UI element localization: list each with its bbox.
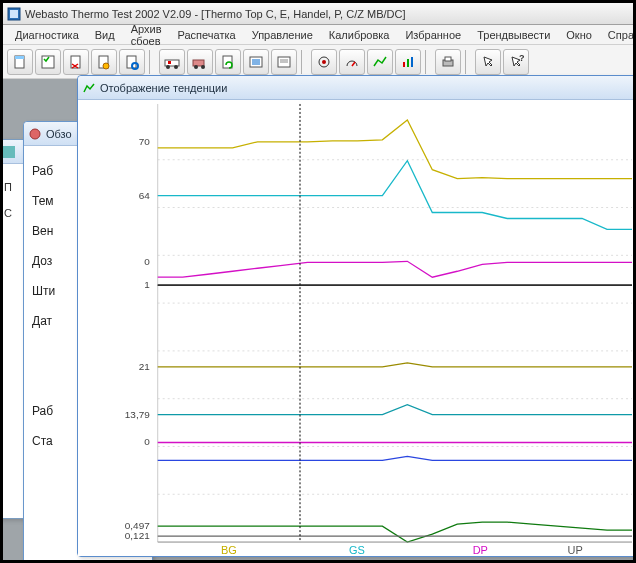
mdi-area: П С Обзо Раб Тем Вен Доз Шти Дат Раб Ста…	[3, 79, 633, 560]
menu-control[interactable]: Управление	[244, 27, 321, 43]
svg-rect-29	[407, 59, 409, 67]
child-window-trend: Отображение тенденции 7064012113,7900,49…	[77, 75, 636, 557]
ambulance-icon[interactable]	[159, 49, 185, 75]
toolbar-separator	[301, 50, 307, 74]
app-icon	[7, 7, 21, 21]
svg-line-27	[352, 62, 355, 66]
menu-favorites[interactable]: Избранное	[397, 27, 469, 43]
svg-point-12	[166, 65, 170, 69]
svg-rect-30	[411, 57, 413, 67]
toolbar-separator	[465, 50, 471, 74]
chart-bars-icon[interactable]	[395, 49, 421, 75]
svg-rect-1	[10, 10, 18, 18]
menu-calibration[interactable]: Калибровка	[321, 27, 398, 43]
doc-wrench-icon[interactable]	[91, 49, 117, 75]
window-title: Отображение тенденции	[100, 82, 227, 94]
toolbar-separator	[149, 50, 155, 74]
help-pointer-icon[interactable]: ?	[503, 49, 529, 75]
chart-window-icon	[82, 81, 96, 95]
trend-chart[interactable]: 7064012113,7900,4970,121BGGSDPUP	[78, 100, 636, 556]
toolbar: ?	[3, 45, 633, 79]
list-icon[interactable]	[243, 49, 269, 75]
svg-text:0: 0	[144, 256, 150, 267]
menu-help[interactable]: Справка	[600, 27, 636, 43]
doc-new-icon[interactable]	[7, 49, 33, 75]
print-icon[interactable]	[435, 49, 461, 75]
svg-text:21: 21	[139, 361, 151, 372]
window-icon	[2, 145, 16, 159]
menu-diagnostics[interactable]: Диагностика	[7, 27, 87, 43]
doc-gear-icon[interactable]	[119, 49, 145, 75]
svg-point-16	[201, 65, 205, 69]
svg-text:0: 0	[144, 436, 150, 447]
svg-point-13	[174, 65, 178, 69]
svg-text:?: ?	[519, 54, 524, 63]
pointer-icon[interactable]	[475, 49, 501, 75]
svg-text:UP: UP	[567, 544, 582, 556]
menu-trend[interactable]: Трендвывести	[469, 27, 558, 43]
svg-rect-28	[403, 62, 405, 67]
svg-rect-32	[445, 57, 451, 61]
svg-text:DP: DP	[473, 544, 488, 556]
menu-print[interactable]: Распечатка	[170, 27, 244, 43]
title-bar: Webasto Thermo Test 2002 V2.09 - [Thermo…	[3, 3, 633, 25]
svg-text:GS: GS	[349, 544, 365, 556]
svg-text:64: 64	[139, 190, 151, 201]
chart-icon[interactable]	[367, 49, 393, 75]
title-text: Webasto Thermo Test 2002 V2.09 - [Thermo…	[25, 8, 406, 20]
svg-rect-3	[15, 56, 24, 59]
checklist-icon[interactable]	[35, 49, 61, 75]
svg-point-26	[322, 60, 326, 64]
svg-text:BG: BG	[221, 544, 237, 556]
toolbar-separator	[425, 50, 431, 74]
truck-icon[interactable]	[187, 49, 213, 75]
svg-point-35	[30, 129, 40, 139]
svg-rect-11	[168, 61, 171, 64]
window-title: Обзо	[46, 128, 72, 140]
menu-window[interactable]: Окно	[558, 27, 600, 43]
menu-fault-archive[interactable]: Архив сбоев	[123, 21, 170, 49]
circle-dot-icon[interactable]	[311, 49, 337, 75]
svg-rect-34	[3, 146, 15, 158]
window-icon	[28, 127, 42, 141]
child-titlebar[interactable]: Отображение тенденции	[78, 76, 636, 100]
svg-text:0,121: 0,121	[125, 530, 150, 541]
gauge-icon[interactable]	[339, 49, 365, 75]
svg-point-15	[194, 65, 198, 69]
svg-rect-10	[165, 60, 179, 66]
list-alt-icon[interactable]	[271, 49, 297, 75]
doc-x-icon[interactable]	[63, 49, 89, 75]
doc-refresh-icon[interactable]	[215, 49, 241, 75]
svg-rect-14	[193, 60, 204, 66]
svg-text:1: 1	[144, 279, 150, 290]
svg-point-7	[103, 63, 109, 69]
menu-view[interactable]: Вид	[87, 27, 123, 43]
menu-bar: Диагностика Вид Архив сбоев Распечатка У…	[3, 25, 633, 45]
svg-text:13,79: 13,79	[125, 409, 150, 420]
svg-text:70: 70	[139, 136, 151, 147]
